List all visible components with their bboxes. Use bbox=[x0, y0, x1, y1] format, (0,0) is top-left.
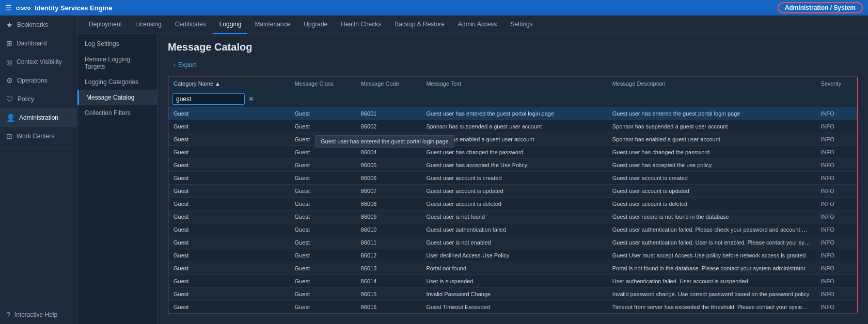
sidebar-item-bookmarks[interactable]: ★ Bookmarks bbox=[0, 15, 77, 34]
table-row[interactable]: GuestGuest86006Guest user account is cre… bbox=[168, 172, 857, 185]
cell-4: Guest user has entered the guest portal … bbox=[607, 107, 816, 120]
tab-settings[interactable]: Settings bbox=[504, 15, 539, 34]
category-filter-input[interactable] bbox=[172, 93, 245, 105]
table-row[interactable]: GuestGuest86001Guest user has entered th… bbox=[168, 107, 857, 120]
tab-maintenance[interactable]: Maintenance bbox=[248, 15, 296, 34]
cell-0: Guest bbox=[168, 262, 290, 275]
sidebar-item-interactive-help[interactable]: ? Interactive Help bbox=[0, 305, 77, 324]
sub-sidebar-log-settings[interactable]: Log Settings bbox=[77, 36, 157, 52]
cell-2: 86013 bbox=[356, 262, 421, 275]
cell-4: Guest user account is deleted bbox=[607, 198, 816, 210]
cell-4: Invalid password change. Use correct pas… bbox=[607, 288, 816, 301]
cell-4: Guest user has accepted the use policy bbox=[607, 159, 816, 172]
cell-4: Sponsor has enabled a guest user account bbox=[607, 133, 816, 146]
tab-deployment[interactable]: Deployment bbox=[83, 15, 128, 34]
sidebar-item-administration[interactable]: 👤 Administration bbox=[0, 108, 77, 127]
filter-row: ✕ bbox=[168, 91, 857, 107]
tab-health-checks[interactable]: Health Checks bbox=[335, 15, 387, 34]
table-row[interactable]: GuestGuest86008Guest user account is del… bbox=[168, 198, 857, 210]
export-button[interactable]: ↑ Export bbox=[168, 59, 201, 71]
table-body: GuestGuest86001Guest user has entered th… bbox=[168, 107, 857, 314]
cell-3: Guest user has entered the guest portal … bbox=[421, 107, 607, 120]
cell-3: Sponsor has suspended a guest user accou… bbox=[421, 120, 607, 133]
filter-cell: ✕ bbox=[168, 91, 290, 107]
sidebar-bottom: ? Interactive Help bbox=[0, 305, 77, 324]
tab-admin-access[interactable]: Admin Access bbox=[452, 15, 503, 34]
table-row[interactable]: GuestGuest86014User is suspendedUser aut… bbox=[168, 275, 857, 288]
cell-1: Guest bbox=[290, 172, 356, 185]
table-row[interactable]: GuestGuest86013Portal not foundPortal is… bbox=[168, 262, 857, 275]
table-row[interactable]: GuestGuest86011Guest user is not enabled… bbox=[168, 236, 857, 249]
tab-upgrade[interactable]: Upgrade bbox=[297, 15, 334, 34]
table-row[interactable]: GuestGuest86010Guest user authentication… bbox=[168, 223, 857, 236]
page-title: Message Catalog bbox=[168, 41, 858, 53]
cell-2: 86006 bbox=[356, 172, 421, 185]
tab-licensing[interactable]: Licensing bbox=[129, 15, 168, 34]
table-row[interactable]: GuestGuest86007Guest user account is upd… bbox=[168, 185, 857, 198]
cell-5: INFO bbox=[816, 275, 857, 288]
tab-logging[interactable]: Logging bbox=[213, 15, 248, 34]
sidebar-label-policy: Policy bbox=[18, 95, 34, 103]
table-row[interactable]: GuestGuest86009Guest user is not foundGu… bbox=[168, 210, 857, 223]
clear-filter-icon[interactable]: ✕ bbox=[248, 95, 254, 103]
table-row[interactable]: GuestGuest86005Guest user has accepted t… bbox=[168, 159, 857, 172]
sidebar-label-operations: Operations bbox=[17, 77, 48, 84]
administration-icon: 👤 bbox=[6, 114, 15, 122]
sub-sidebar-remote-logging[interactable]: Remote Logging Targets bbox=[77, 52, 157, 74]
cell-0: Guest bbox=[168, 107, 290, 120]
sidebar-label-administration: Administration bbox=[19, 114, 58, 121]
table-row[interactable]: GuestGuest86002Sponsor has suspended a g… bbox=[168, 120, 857, 133]
cell-2: 86010 bbox=[356, 223, 421, 236]
cell-2: 86011 bbox=[356, 236, 421, 249]
cell-4: Timeout from server has exceeded the thr… bbox=[607, 301, 816, 314]
sidebar-item-dashboard[interactable]: ⊞ Dashboard bbox=[0, 34, 77, 53]
cell-5: INFO bbox=[816, 172, 857, 185]
sub-sidebar-logging-categories[interactable]: Logging Categories bbox=[77, 74, 157, 90]
cell-3: Guest user account is deleted bbox=[421, 198, 607, 210]
cell-2: 86005 bbox=[356, 159, 421, 172]
tab-backup-restore[interactable]: Backup & Restore bbox=[388, 15, 451, 34]
cell-3: Guest user account is updated bbox=[421, 185, 607, 198]
cell-5: INFO bbox=[816, 301, 857, 314]
cell-1: Guest bbox=[290, 146, 356, 159]
cell-0: Guest bbox=[168, 236, 290, 249]
table-row[interactable]: GuestGuest86016Guest Timeout ExceededTim… bbox=[168, 301, 857, 314]
column-category-name[interactable]: Category Name ▲ bbox=[168, 76, 290, 91]
dashboard-icon: ⊞ bbox=[6, 39, 12, 47]
sidebar: ★ Bookmarks ⊞ Dashboard ◎ Context Visibi… bbox=[0, 15, 77, 324]
cell-2: 86002 bbox=[356, 120, 421, 133]
table-row[interactable]: GuestGuest86012User declined Access-Use … bbox=[168, 249, 857, 262]
cell-5: INFO bbox=[816, 133, 857, 146]
table-row[interactable]: GuestGuest86003Sponsor has enabled a gue… bbox=[168, 133, 857, 146]
sidebar-item-operations[interactable]: ⚙ Operations bbox=[0, 71, 77, 90]
app-title: Identity Services Engine bbox=[35, 4, 112, 12]
top-header: ☰ cisco Identity Services Engine Adminis… bbox=[0, 0, 868, 15]
operations-icon: ⚙ bbox=[6, 76, 13, 85]
cell-0: Guest bbox=[168, 210, 290, 223]
sub-sidebar-message-catalog[interactable]: Message Catalog bbox=[77, 90, 157, 105]
cell-2: 86016 bbox=[356, 301, 421, 314]
cell-3: User is suspended bbox=[421, 275, 607, 288]
filter-cell-desc bbox=[607, 91, 816, 107]
filter-cell-code bbox=[356, 91, 421, 107]
cell-0: Guest bbox=[168, 301, 290, 314]
cell-2: 86008 bbox=[356, 198, 421, 210]
hamburger-menu-icon[interactable]: ☰ bbox=[5, 4, 12, 12]
table-row[interactable]: GuestGuest86015Invalid Password ChangeIn… bbox=[168, 288, 857, 301]
column-severity: Severity bbox=[816, 76, 857, 91]
cell-0: Guest bbox=[168, 120, 290, 133]
cell-2: 86014 bbox=[356, 275, 421, 288]
sub-sidebar-collection-filters[interactable]: Collection Filters bbox=[77, 105, 157, 121]
cell-5: INFO bbox=[816, 120, 857, 133]
tab-certificates[interactable]: Certificates bbox=[169, 15, 212, 34]
sidebar-label-bookmarks: Bookmarks bbox=[17, 21, 48, 28]
cell-2: 86001 bbox=[356, 107, 421, 120]
table-row[interactable]: GuestGuest86004Guest user has changed th… bbox=[168, 146, 857, 159]
cell-4: Sponsor has suspended a guest user accou… bbox=[607, 120, 816, 133]
sidebar-item-context-visibility[interactable]: ◎ Context Visibility bbox=[0, 53, 77, 71]
sidebar-item-policy[interactable]: 🛡 Policy bbox=[0, 90, 77, 108]
cell-4: Guest user authentication failed. User i… bbox=[607, 236, 816, 249]
cell-3: Guest user authentication failed bbox=[421, 223, 607, 236]
admin-badge: Administration / System bbox=[778, 4, 863, 11]
sidebar-item-work-centers[interactable]: ⊡ Work Centers bbox=[0, 127, 77, 145]
